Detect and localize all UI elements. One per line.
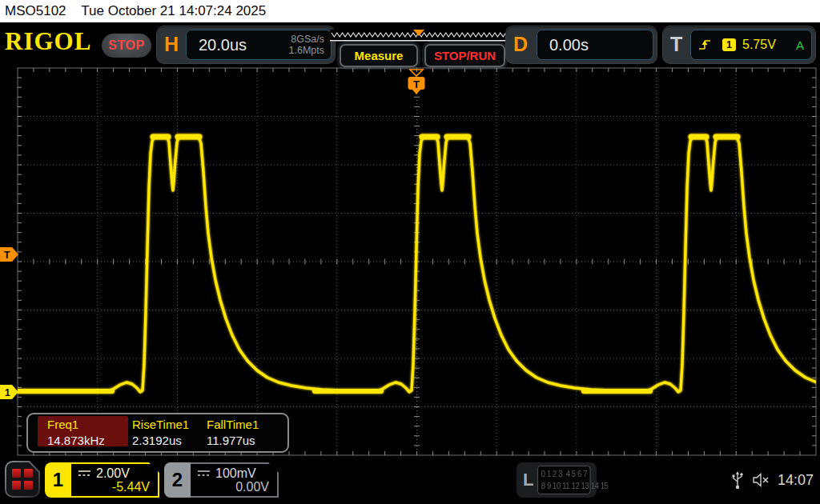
memory-position-band[interactable] <box>330 30 508 42</box>
measurement-value: 11.977us <box>207 434 255 447</box>
trigger-panel[interactable]: T 1 5.75V A <box>663 26 815 63</box>
dc-coupling-icon <box>197 470 211 478</box>
menu-grid-icon <box>6 462 38 496</box>
stop-run-button[interactable]: STOP/RUN <box>424 44 505 67</box>
channel-2-pane: 100mV 0.00V <box>191 462 279 498</box>
svg-text:T: T <box>4 250 10 261</box>
measurement-overlay[interactable]: Freq1 14.873kHz RiseTime1 2.3192us FallT… <box>26 413 289 453</box>
rigol-logo: RIGOL <box>5 27 91 56</box>
measure-button[interactable]: Measure <box>340 44 418 67</box>
scope-display[interactable]: TT1 <box>0 67 820 456</box>
sample-rate: 8GSa/s <box>291 34 324 45</box>
speaker-muted-icon <box>752 472 771 488</box>
oscilloscope-screen: MSO5102 Tue October 21 14:07:24 2025 RIG… <box>0 0 820 504</box>
trigger-label: T <box>670 33 682 56</box>
delay-label: D <box>513 33 528 56</box>
rising-edge-icon <box>699 39 711 50</box>
trigger-level-marker[interactable]: T <box>0 247 18 262</box>
measurement-name: FallTime1 <box>207 418 259 431</box>
memory-depth: 1.6Mpts <box>289 45 324 56</box>
logic-analyzer-control[interactable]: L 0 1 2 3 4 5 6 7 8 9 10 11 12 13 14 15 <box>517 462 597 498</box>
datetime: Tue October 21 14:07:24 2025 <box>81 3 266 18</box>
channel-2-control[interactable]: 2 100mV 0.00V <box>164 462 279 498</box>
delay-panel[interactable]: D 0.00s <box>506 26 657 63</box>
header-bar: RIGOL STOP H 20.0us 8GSa/s 1.6Mpts Measu… <box>0 22 820 67</box>
clock: 14:07 <box>778 472 814 489</box>
measurement-value: 14.873kHz <box>47 434 105 447</box>
svg-text:1: 1 <box>5 387 10 398</box>
timebase-value: 20.0us <box>199 36 247 54</box>
measurement-value: 2.3192us <box>132 434 182 447</box>
measurement-name: Freq1 <box>47 418 78 431</box>
measurement-name: RiseTime1 <box>132 418 189 431</box>
channel-1-offset: -5.44V <box>112 480 150 494</box>
channel-2-scale: 100mV <box>215 466 256 481</box>
bottom-bar: 1 2.00V -5.44V 2 <box>0 456 820 504</box>
menu-button[interactable] <box>5 461 40 498</box>
run-state-badge[interactable]: STOP <box>102 34 151 58</box>
channel-1-offset-marker[interactable]: 1 <box>0 385 18 399</box>
title-strip: MSO5102 Tue October 21 14:07:24 2025 <box>0 0 820 22</box>
digital-channels-pane: 0 1 2 3 4 5 6 7 8 9 10 11 12 13 14 15 <box>537 466 591 494</box>
logic-analyzer-label: L <box>523 470 533 490</box>
status-area: 14:07 <box>731 456 814 504</box>
memory-band-graphic <box>330 30 508 42</box>
digital-row-2: 8 9 10 11 12 13 14 15 <box>541 482 609 490</box>
channel-1-pane: 2.00V -5.44V <box>71 462 159 498</box>
trigger-position-marker[interactable]: T <box>408 70 425 94</box>
channel-2-tab[interactable]: 2 <box>164 462 191 498</box>
delay-value: 0.00s <box>549 36 589 54</box>
trigger-level-value: 5.75V <box>742 38 776 52</box>
channel-1-scale: 2.00V <box>96 466 130 481</box>
horizontal-panel[interactable]: H 20.0us 8GSa/s 1.6Mpts <box>157 26 335 63</box>
model-name: MSO5102 <box>5 3 66 18</box>
trigger-source-badge: 1 <box>722 38 736 51</box>
acquisition-info: 8GSa/s 1.6Mpts <box>289 34 324 56</box>
digital-row-1: 0 1 2 3 4 5 6 7 <box>541 470 587 478</box>
usb-icon <box>731 470 744 490</box>
channel-1-tab[interactable]: 1 <box>45 462 71 498</box>
svg-text:T: T <box>413 78 420 90</box>
channel-1-control[interactable]: 1 2.00V -5.44V <box>45 462 159 498</box>
trigger-mode: A <box>796 38 804 52</box>
dc-coupling-icon <box>78 470 91 478</box>
ch1-waveform <box>18 136 820 392</box>
channel-2-offset: 0.00V <box>235 480 269 494</box>
horizontal-label: H <box>164 33 179 56</box>
